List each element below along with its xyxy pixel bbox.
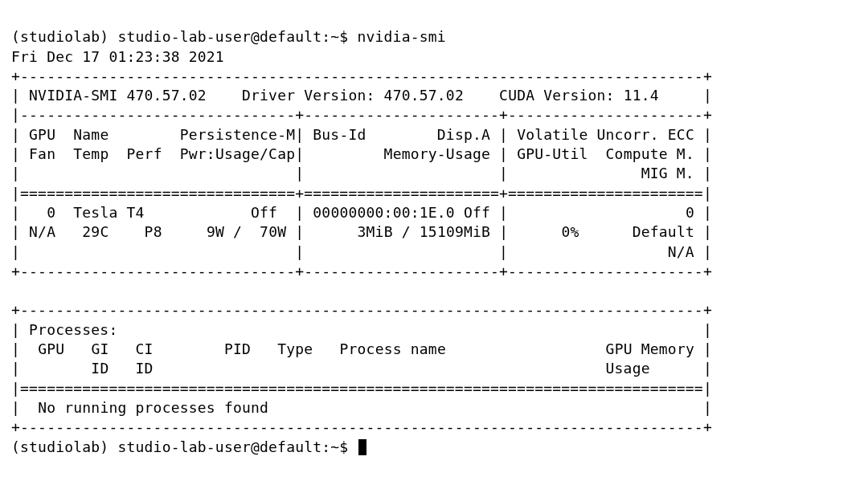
header-separator: |-------------------------------+-------… [11, 106, 712, 123]
proc-cols-line-1: | GPU GI CI PID Type Process name GPU Me… [11, 340, 712, 357]
proc-title-line: | Processes: | [11, 321, 712, 338]
columns-line-3: | | | MIG M. | [11, 165, 712, 181]
col-compute: Compute M. [606, 145, 694, 162]
gpu-mig: N/A [668, 243, 694, 260]
columns-line-2: | Fan Temp Perf Pwr:Usage/Cap| Memory-Us… [11, 145, 712, 162]
col-gpu: GPU [29, 126, 55, 143]
col-fan: Fan [29, 145, 55, 162]
timestamp-line: Fri Dec 17 01:23:38 2021 [11, 48, 224, 65]
nvidia-smi-version: 470.57.02 [127, 87, 207, 104]
processes-title: Processes: [29, 321, 117, 338]
shell-prompt: (studiolab) studio-lab-user@default:~$ [11, 28, 357, 45]
shell-prompt-2: (studiolab) studio-lab-user@default:~$ [11, 438, 357, 455]
no-processes-text: No running processes found [38, 399, 268, 416]
proc-col-ci: CI [136, 340, 154, 357]
gpu-mem-total: 15109MiB [420, 223, 490, 240]
proc-border-bottom: +---------------------------------------… [11, 418, 712, 435]
nvidia-smi-label: NVIDIA-SMI [29, 87, 117, 104]
col-mem: Memory-Usage [384, 145, 490, 162]
proc-col-type: Type [277, 340, 313, 357]
driver-version: 470.57.02 [384, 87, 464, 104]
col-busid: Bus-Id [313, 126, 366, 143]
proc-none-line: | No running processes found | [11, 399, 712, 416]
col-perf: Perf [127, 145, 162, 162]
gpu-persistence: Off [251, 204, 277, 221]
proc-border-top: +---------------------------------------… [11, 301, 712, 318]
col-pwr: Pwr:Usage/Cap [180, 145, 295, 162]
gpu-temp: 29C [82, 223, 108, 240]
double-separator: |===============================+=======… [11, 185, 712, 202]
blank-line [11, 282, 712, 299]
gpu-index: 0 [47, 204, 55, 221]
border-top: +---------------------------------------… [11, 67, 712, 84]
cursor-icon [358, 439, 366, 455]
command-text: nvidia-smi [357, 28, 445, 45]
col-dispa: Disp.A [437, 126, 490, 143]
col-persistence: Persistence-M [180, 126, 295, 143]
gpu-row-line-3: | | | N/A | [11, 243, 712, 260]
gpu-table-bottom: +-------------------------------+-------… [11, 263, 712, 279]
proc-col-gi-id: ID [91, 360, 108, 377]
proc-col-gpu: GPU [38, 340, 64, 357]
gpu-pwr-usage: 9W [207, 223, 224, 240]
gpu-fan: N/A [29, 223, 55, 240]
gpu-perf: P8 [145, 223, 162, 240]
gpu-name: Tesla T4 [73, 204, 144, 221]
cuda-version: 11.4 [624, 87, 659, 104]
proc-col-usage: Usage [606, 360, 650, 377]
terminal-output: (studiolab) studio-lab-user@default:~$ n… [0, 0, 868, 465]
proc-col-name: Process name [339, 340, 445, 357]
gpu-dispa: Off [464, 204, 490, 221]
proc-col-ci-id: ID [136, 360, 154, 377]
gpu-util: 0% [561, 223, 579, 240]
prompt-line-2[interactable]: (studiolab) studio-lab-user@default:~$ [11, 438, 366, 455]
col-util: GPU-Util [517, 145, 588, 162]
gpu-row-line-2: | N/A 29C P8 9W / 70W | 3MiB / 15109MiB … [11, 223, 712, 240]
gpu-ecc: 0 [686, 204, 694, 221]
col-name: Name [73, 126, 108, 143]
proc-col-pid: PID [224, 340, 251, 357]
col-ecc: Volatile Uncorr. ECC [517, 126, 694, 143]
gpu-row-line-1: | 0 Tesla T4 Off | 00000000:00:1E.0 Off … [11, 204, 712, 221]
gpu-mem-used: 3MiB [358, 223, 393, 240]
gpu-pwr-cap: 70W [260, 223, 286, 240]
gpu-compute: Default [633, 223, 694, 240]
cuda-label: CUDA Version: [499, 87, 614, 104]
header-line: | NVIDIA-SMI 470.57.02 Driver Version: 4… [11, 87, 712, 104]
gpu-busid: 00000000:00:1E.0 [313, 204, 455, 221]
proc-col-gpumem: GPU Memory [606, 340, 694, 357]
columns-line-1: | GPU Name Persistence-M| Bus-Id Disp.A … [11, 126, 712, 143]
driver-label: Driver Version: [242, 87, 375, 104]
col-temp: Temp [73, 145, 108, 162]
proc-double-separator: |=======================================… [11, 380, 712, 397]
proc-cols-line-2: | ID ID Usage | [11, 360, 712, 377]
proc-col-gi: GI [91, 340, 108, 357]
col-mig: MIG M. [641, 165, 694, 181]
prompt-line-1[interactable]: (studiolab) studio-lab-user@default:~$ n… [11, 28, 446, 45]
